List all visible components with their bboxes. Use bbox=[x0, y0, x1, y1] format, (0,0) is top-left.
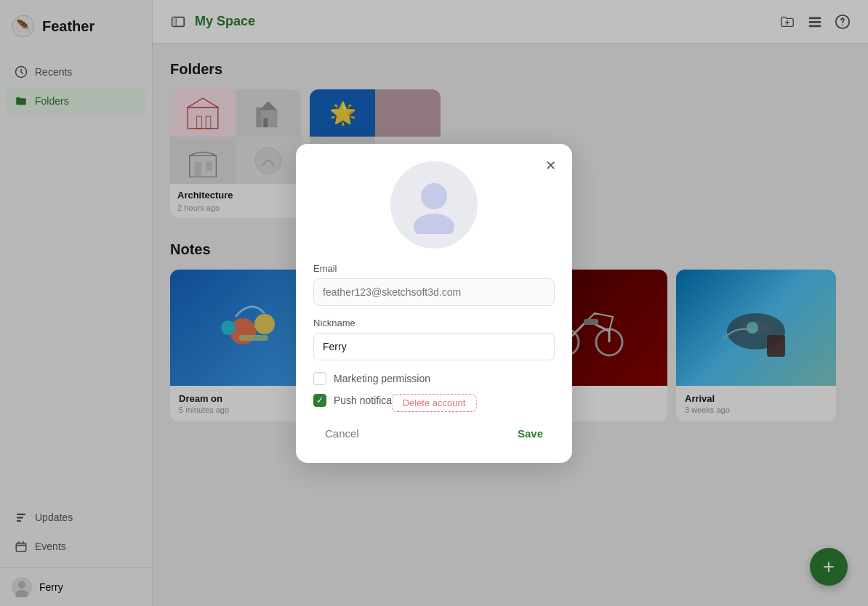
marketing-label: Marketing permission bbox=[334, 373, 430, 384]
svg-point-44 bbox=[421, 183, 447, 209]
avatar-placeholder bbox=[390, 161, 478, 249]
person-icon bbox=[405, 176, 463, 234]
marketing-permission-row: Marketing permission bbox=[313, 372, 555, 385]
svg-point-45 bbox=[414, 214, 454, 234]
delete-account-hint[interactable]: Delete account bbox=[392, 394, 477, 412]
nickname-input[interactable] bbox=[313, 333, 555, 360]
save-button[interactable]: Save bbox=[506, 421, 555, 445]
push-checkbox[interactable]: ✓ bbox=[313, 394, 326, 407]
modal-overlay: ✕ Email Nickname Marketing permission ✓ … bbox=[0, 0, 868, 606]
email-label: Email bbox=[313, 263, 555, 274]
profile-modal: ✕ Email Nickname Marketing permission ✓ … bbox=[296, 144, 572, 463]
email-input[interactable] bbox=[313, 278, 555, 306]
modal-close-button[interactable]: ✕ bbox=[540, 155, 560, 176]
modal-avatar-section bbox=[313, 161, 555, 249]
nickname-label: Nickname bbox=[313, 318, 555, 328]
cancel-button[interactable]: Cancel bbox=[313, 421, 371, 445]
modal-actions: Cancel Save bbox=[313, 421, 555, 445]
marketing-checkbox[interactable] bbox=[313, 372, 326, 385]
